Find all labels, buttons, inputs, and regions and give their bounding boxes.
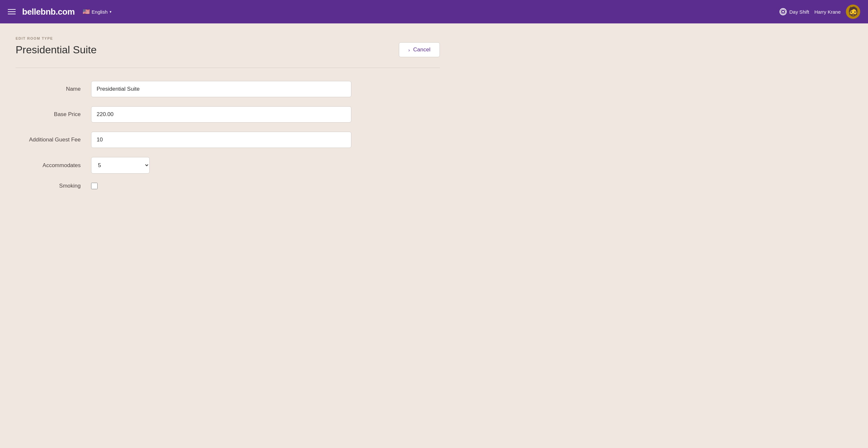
divider bbox=[16, 68, 440, 68]
site-logo: bellebnb.com bbox=[22, 7, 75, 17]
additional-guest-fee-row: Additional Guest Fee bbox=[16, 132, 440, 148]
page-title-row: Presidential Suite › Cancel bbox=[16, 42, 440, 57]
cancel-label: Cancel bbox=[413, 46, 430, 53]
page-title: Presidential Suite bbox=[16, 44, 97, 56]
additional-guest-fee-input[interactable] bbox=[91, 132, 351, 148]
header: bellebnb.com 🇺🇸 English ▾ Day Shift Harr… bbox=[0, 0, 868, 23]
menu-button[interactable] bbox=[8, 9, 16, 14]
name-row: Name bbox=[16, 81, 440, 97]
accommodates-select[interactable]: 1 2 3 4 5 6 7 8 bbox=[91, 157, 150, 173]
language-label: English bbox=[92, 9, 108, 14]
smoking-label: Smoking bbox=[16, 183, 81, 189]
page-subtitle: EDIT ROOM TYPE bbox=[16, 36, 440, 40]
accommodates-label: Accommodates bbox=[16, 162, 81, 169]
main-content: EDIT ROOM TYPE Presidential Suite › Canc… bbox=[0, 23, 456, 211]
header-right: Day Shift Harry Krane 🧔 bbox=[779, 5, 860, 19]
language-selector[interactable]: 🇺🇸 English ▾ bbox=[83, 8, 112, 15]
chevron-right-icon: › bbox=[408, 47, 410, 53]
accommodates-row: Accommodates 1 2 3 4 5 6 7 8 bbox=[16, 157, 440, 173]
additional-guest-fee-label: Additional Guest Fee bbox=[16, 136, 81, 143]
form: Name Base Price Additional Guest Fee Acc… bbox=[16, 81, 440, 189]
shift-icon bbox=[779, 8, 787, 15]
smoking-checkbox[interactable] bbox=[91, 183, 98, 189]
chevron-down-icon: ▾ bbox=[110, 10, 112, 14]
day-shift-toggle[interactable]: Day Shift bbox=[779, 8, 809, 15]
svg-point-1 bbox=[782, 11, 784, 13]
avatar[interactable]: 🧔 bbox=[846, 5, 860, 19]
user-name: Harry Krane bbox=[814, 9, 841, 14]
shift-label: Day Shift bbox=[789, 9, 809, 14]
avatar-image: 🧔 bbox=[847, 7, 859, 16]
cancel-button[interactable]: › Cancel bbox=[399, 42, 440, 57]
base-price-row: Base Price bbox=[16, 106, 440, 123]
base-price-label: Base Price bbox=[16, 111, 81, 118]
name-label: Name bbox=[16, 86, 81, 92]
base-price-input[interactable] bbox=[91, 106, 351, 123]
name-input[interactable] bbox=[91, 81, 351, 97]
smoking-row: Smoking bbox=[16, 183, 440, 189]
flag-icon: 🇺🇸 bbox=[83, 8, 90, 15]
